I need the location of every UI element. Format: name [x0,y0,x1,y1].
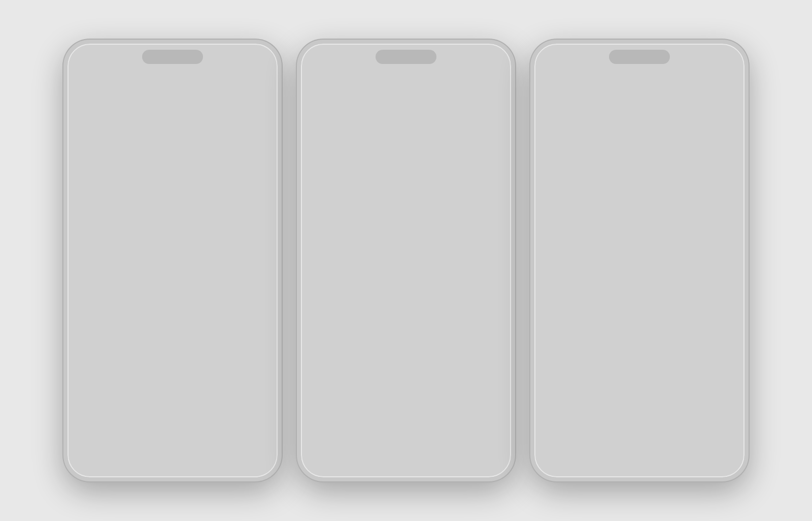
back-button-2[interactable]: ‹ [311,64,315,78]
nav-left-1: ‹ ↩ ↪ ⬇ [78,64,138,77]
tool-gold[interactable]: ⛨ Gold [81,434,92,455]
share-item-instagram[interactable]: 📷 Instagram › [540,124,738,161]
nh-icon: ◈ [255,434,264,447]
them-dots: ··· [557,286,562,295]
signal-icon-3: ▐▐▐ [701,52,713,58]
top-nav-1: ‹ ↩ ↪ ⬇ Kế tiếp [67,60,278,81]
hieu-ung-label: Hiệu Ứng [146,449,168,455]
top-nav-2: ‹ Đăng lên Picsart Bỏ Qua [301,60,511,82]
hashtag-input[interactable]: Thêm #hashtag, mô tả, @bạn bè [301,173,511,194]
share-item-left-them: ··· Thêm [549,279,599,302]
share-item-pinterest[interactable]: P Pinterest › [540,87,738,124]
share-item-whatsapp[interactable]: WhatsApp › [540,198,738,235]
tags-label: Thẻ Gợi ý [311,199,501,207]
phone2-bottom: Lưu Bài đăng [301,422,511,467]
tool-hieu-ung[interactable]: ✦ Hiệu Ứng [146,434,168,455]
pink-arrow-1 [201,89,242,132]
facebook-letter: f [558,173,561,186]
tool-tinh-chinh[interactable]: ⊙ Tinh Chỉnh [213,434,238,455]
pink-arrow-2 [382,379,433,427]
chevron-tinnhan: › [728,249,730,258]
them-label: Thêm [578,286,599,295]
home-bar-2 [301,467,511,477]
them-icon: ··· [549,279,571,302]
tinh-chinh-label: Tinh Chỉnh [213,449,238,455]
status-time-2: 10:54 [313,51,330,58]
wifi-icon-3: ▲ [715,52,721,58]
top-nav-3: ‹ Cũng Chia sẻ với Xong [534,60,745,82]
instagram-icon: 📷 [549,131,571,153]
tag-concert[interactable]: #concert [345,211,382,223]
page-title-3: Cũng Chia sẻ với [597,66,667,77]
share-list: P Pinterest › 📷 Instagram › f [540,87,738,309]
facebook-label: Facebook [578,175,614,184]
bottom-toolbar: ⛨ Gold ⊡ Công cu ✦ Hiệu Ứng T Chữ ⊙ Tinh… [67,428,278,467]
cancel-button-2[interactable]: Bỏ Qua [473,67,501,76]
share-item-left-facebook: f Facebook [549,168,614,190]
home-indicator-2 [381,470,431,472]
status-icons-3: ▐▐▐ ▲ 93 [701,51,732,58]
next-button-1[interactable]: Kế tiếp [238,66,267,76]
chevron-pinterest: › [728,101,730,110]
tag-people[interactable]: #people [458,211,493,223]
share-item-facebook[interactable]: f Facebook › [540,161,738,198]
free-edit-toggle[interactable] [477,252,501,266]
status-bar-2: 10:54 ▐▐▐ ▲ 93 [301,44,511,60]
facebook-icon: f [549,168,571,190]
phone-2: 10:54 ▐▐▐ ▲ 93 ‹ Đăng lên Picsart Bỏ Qua [297,40,515,481]
redo-button-1[interactable]: ↪ [110,64,119,77]
tag-food[interactable]: #food [425,211,454,223]
save-button-2[interactable]: Lưu [342,440,357,450]
phone1-screen: 10:54 ▐▐▐ ▲ 93 ‹ ↩ ↪ ⬇ Kế tiếp [67,44,278,477]
back-button-3[interactable]: ‹ [545,64,548,78]
tag-team[interactable]: #team [311,211,341,223]
save-button-1[interactable]: ⬇ [129,64,138,77]
battery-3: 93 [723,51,732,58]
done-button[interactable]: Xong [716,67,734,76]
signal-icon-1: ▐▐▐ [234,52,246,58]
tool-cong-cu[interactable]: ⊡ Công cu [110,434,129,455]
phone3-screen: 10:54 ▐▐▐ ▲ 93 ‹ Cũng Chia sẻ với Xong P… [534,44,745,477]
info-icon[interactable]: i [354,254,363,264]
undo-button-1[interactable]: ↩ [91,64,100,77]
upload-preview [348,87,464,168]
upload-image-inner [348,87,464,168]
tinnhan-icon [549,242,571,265]
chevron-instagram: › [728,138,730,147]
free-edit-label: Free-to-Edit i [311,254,363,264]
phone-1: 10:54 ▐▐▐ ▲ 93 ‹ ↩ ↪ ⬇ Kế tiếp [63,40,282,481]
home-bar-3 [534,467,745,477]
status-bar-3: 10:54 ▐▐▐ ▲ 93 [534,44,745,60]
pinterest-icon: P [549,94,571,116]
pinterest-letter: P [556,100,563,111]
status-time-1: 10:54 [80,51,96,58]
crop-icon: ⊡ [115,434,124,447]
home-bar-1 [67,467,278,477]
whatsapp-svg [554,210,566,222]
home-indicator-3 [614,470,665,472]
page-title-2: Đăng lên Picsart [360,66,427,76]
free-edit-text: Free-to-Edit [311,255,351,264]
tag-george[interactable]: #george [386,211,421,223]
main-image-area [67,81,278,428]
chu-label: Chữ [186,449,195,455]
gold-label: Gold [82,449,92,455]
tool-nh[interactable]: ◈ Nh [255,434,264,455]
share-item-left-tinnhan: Tin nhắn [549,242,610,265]
tags-row: #team #concert #george #food #people #na… [311,211,501,239]
back-button-1[interactable]: ‹ [78,65,81,77]
share-item-them[interactable]: ··· Thêm › [540,272,738,309]
share-item-left-instagram: 📷 Instagram [549,131,614,153]
tag-nature[interactable]: #nature [311,227,345,239]
share-item-tinnhan[interactable]: Tin nhắn › [540,235,738,272]
post-button[interactable]: Bài đăng [373,433,470,457]
wifi-icon-1: ▲ [248,52,254,58]
tool-chu[interactable]: T Chữ [186,434,195,455]
battery-1: 93 [256,51,265,58]
nh-label: Nh [256,449,263,455]
main-photo [86,163,259,346]
wifi-icon-2: ▲ [482,52,487,58]
gold-icon: ⛨ [81,434,92,447]
adjust-icon: ⊙ [221,434,230,447]
whatsapp-icon [549,205,571,227]
